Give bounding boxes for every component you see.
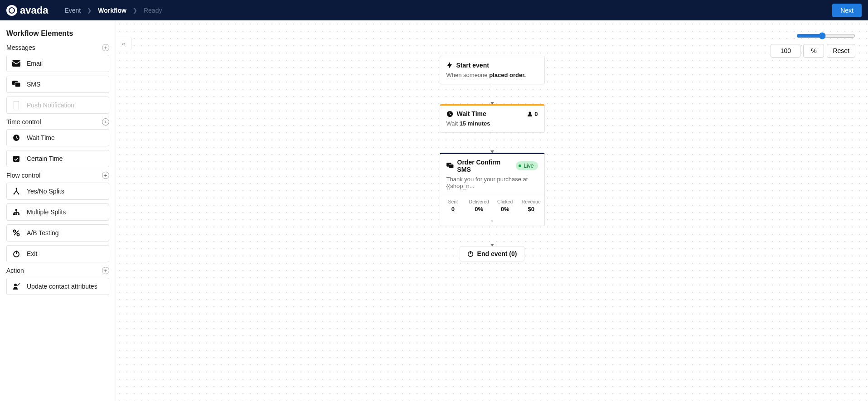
lightning-icon	[446, 62, 453, 69]
section-action-head: Action +	[6, 267, 109, 274]
element-ab-testing[interactable]: A/B Testing	[6, 224, 109, 242]
user-icon	[527, 111, 533, 116]
brand-logo: avada	[6, 5, 48, 16]
node-sms-preview: Thank you for your purchase at {{shop_n.…	[446, 176, 528, 189]
breadcrumb-ready: Ready	[144, 7, 162, 14]
metric-revenue-value: $0	[518, 206, 544, 213]
chevron-right-icon: ❯	[133, 7, 137, 14]
svg-rect-12	[18, 213, 19, 215]
clock-icon	[12, 134, 20, 142]
svg-line-15	[14, 231, 19, 235]
element-exit[interactable]: Exit	[6, 245, 109, 262]
element-exit-label: Exit	[27, 250, 37, 257]
split-icon	[12, 187, 20, 195]
element-sms-label: SMS	[27, 81, 40, 88]
power-icon	[12, 250, 20, 258]
zoom-controls: % Reset	[771, 32, 855, 58]
element-push-label: Push Notification	[27, 101, 74, 109]
svg-point-7	[14, 193, 15, 195]
section-messages-title: Messages	[6, 44, 35, 51]
topbar: avada Event ❯ Workflow ❯ Ready Next	[0, 0, 868, 20]
node-wait-time[interactable]: Wait Time 0 Wait 15 minutes	[440, 104, 545, 133]
sms-icon	[12, 80, 20, 88]
svg-point-8	[18, 193, 19, 195]
metric-delivered-value: 0%	[466, 206, 492, 213]
calendar-icon	[12, 155, 20, 163]
node-wait-body-pre: Wait	[446, 120, 460, 127]
brand-name: avada	[20, 5, 48, 16]
add-flow-icon[interactable]: +	[102, 172, 109, 179]
metric-sent-value: 0	[440, 206, 466, 213]
email-icon	[12, 59, 20, 68]
breadcrumb: Event ❯ Workflow ❯ Ready	[64, 7, 162, 14]
svg-point-13	[14, 230, 16, 232]
svg-point-18	[14, 284, 17, 286]
breadcrumb-event[interactable]: Event	[64, 7, 81, 14]
element-multi-label: Multiple Splits	[27, 208, 66, 216]
section-action-title: Action	[6, 267, 24, 274]
metric-clicked-label: Clicked	[492, 199, 519, 204]
svg-rect-5	[13, 156, 19, 162]
zoom-input[interactable]	[771, 44, 800, 58]
breadcrumb-workflow[interactable]: Workflow	[98, 7, 126, 14]
svg-rect-3	[14, 101, 19, 109]
node-wait-body-bold: 15 minutes	[460, 120, 490, 127]
svg-rect-9	[15, 209, 17, 211]
metric-sent-label: Sent	[440, 199, 466, 204]
zoom-reset-button[interactable]: Reset	[827, 44, 855, 58]
element-yesno-splits[interactable]: Yes/No Splits	[6, 183, 109, 200]
metric-delivered-label: Delivered	[466, 199, 492, 204]
node-order-confirm-sms[interactable]: Order Confirm SMS Live Thank you for you…	[440, 153, 545, 226]
add-time-icon[interactable]: +	[102, 118, 109, 126]
canvas[interactable]: « % Reset Start event When someone place…	[116, 20, 868, 401]
node-sms-title: Order Confirm SMS	[457, 159, 513, 173]
add-action-icon[interactable]: +	[102, 267, 109, 274]
node-wait-count: 0	[527, 111, 538, 117]
metric-revenue-label: Revenue	[518, 199, 544, 204]
element-multiple-splits[interactable]: Multiple Splits	[6, 203, 109, 221]
element-certain-time[interactable]: Certain Time	[6, 150, 109, 167]
element-email[interactable]: Email	[6, 55, 109, 72]
sidebar-title: Workflow Elements	[6, 29, 109, 38]
section-flow-head: Flow control +	[6, 172, 109, 179]
node-wait-title: Wait Time	[457, 110, 486, 117]
collapse-sidebar-button[interactable]: «	[116, 37, 131, 50]
chevron-right-icon: ❯	[87, 7, 92, 14]
node-end-label: End event (0)	[477, 250, 517, 257]
svg-rect-10	[13, 213, 15, 215]
metric-clicked-value: 0%	[492, 206, 519, 213]
sms-icon	[446, 163, 454, 169]
element-wait-label: Wait Time	[27, 134, 55, 141]
svg-rect-2	[15, 82, 20, 87]
next-button[interactable]: Next	[832, 4, 862, 17]
sidebar: Workflow Elements Messages + Email SMS P…	[0, 20, 116, 401]
zoom-slider[interactable]	[796, 32, 855, 39]
svg-point-6	[16, 188, 17, 189]
node-sms-metrics: Sent0 Delivered0% Clicked0% Revenue$0	[440, 195, 544, 217]
brand-logo-icon	[6, 5, 17, 16]
node-end-event[interactable]: End event (0)	[460, 246, 525, 261]
section-time-title: Time control	[6, 118, 41, 126]
element-email-label: Email	[27, 60, 43, 67]
element-update-label: Update contact attributes	[27, 283, 97, 290]
power-icon	[467, 251, 474, 257]
element-certain-label: Certain Time	[27, 155, 63, 162]
svg-point-14	[17, 234, 19, 236]
connector	[492, 84, 492, 104]
connector	[492, 133, 492, 153]
chevron-down-icon[interactable]: ⌄	[440, 217, 544, 226]
add-message-icon[interactable]: +	[102, 44, 109, 51]
user-edit-icon	[12, 282, 20, 290]
node-start-desc-bold: placed order.	[489, 72, 526, 78]
status-badge-live: Live	[516, 161, 538, 170]
svg-rect-11	[15, 213, 17, 215]
node-start-title: Start event	[456, 62, 489, 69]
percent-icon	[12, 229, 20, 237]
element-update-contact[interactable]: Update contact attributes	[6, 278, 109, 295]
element-sms[interactable]: SMS	[6, 76, 109, 93]
zoom-percent-label: %	[803, 44, 824, 58]
element-wait-time[interactable]: Wait Time	[6, 129, 109, 146]
phone-icon	[12, 101, 20, 109]
element-push: Push Notification	[6, 97, 109, 114]
node-start-event[interactable]: Start event When someone placed order.	[440, 56, 545, 84]
